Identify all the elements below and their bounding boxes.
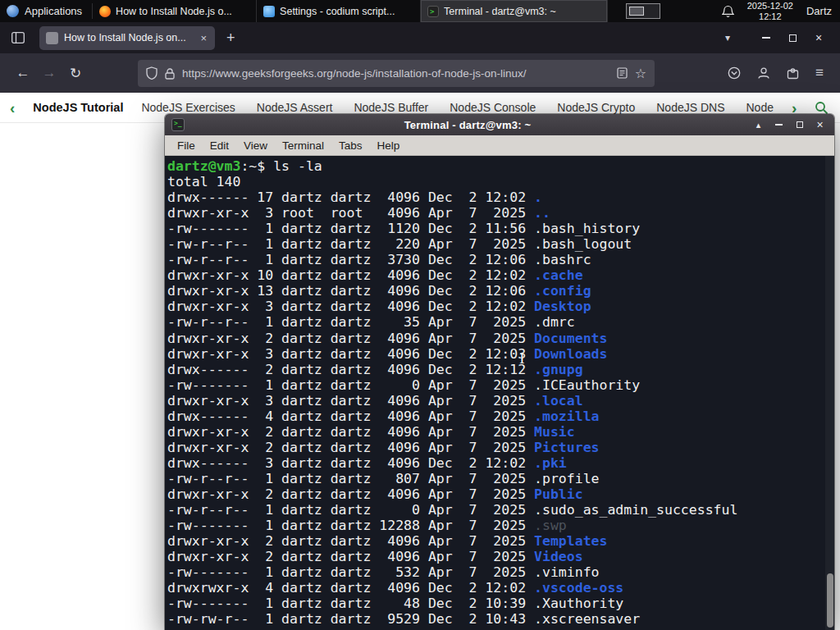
terminal-output-line: -rw------- 1 dartz dartz 0 Apr 7 2025 .I… [167,377,834,393]
panel-window-title: Settings - codium script... [280,6,413,17]
terminal-close-button[interactable]: × [812,117,828,133]
terminal-shade-button[interactable]: ▴ [751,117,766,133]
file-attributes: drwxrwxr-x 4 dartz dartz 4096 Dec 2 12:0… [167,580,534,596]
gfg-nav-link[interactable]: NodeJS Exercises [141,101,235,114]
terminal-scrollbar[interactable] [825,156,834,630]
menu-terminal[interactable]: Terminal [275,135,331,156]
terminal-output-line: drwx------ 3 dartz dartz 4096 Dec 2 12:0… [167,455,834,471]
nav-scroll-right-icon[interactable]: › [792,100,797,116]
tab-title: How to Install Node.js on... [64,32,193,43]
panel-right-area: 2025-12-02 12:12 Dartz [722,0,840,22]
terminal-output-line: drwxr-xr-x 10 dartz dartz 4096 Dec 2 12:… [167,267,834,283]
file-attributes: -rw------- 1 dartz dartz 532 Apr 7 2025 [167,564,534,580]
terminal-output-line: drwxr-xr-x 2 dartz dartz 4096 Apr 7 2025… [167,424,834,440]
terminal-output-line: -rw------- 1 dartz dartz 12288 Apr 7 202… [167,518,834,533]
terminal-total-line: total 140 [167,174,834,189]
terminal-icon [427,6,439,17]
new-tab-button[interactable]: + [226,30,235,47]
terminal-output-line: drwx------ 4 dartz dartz 4096 Apr 7 2025… [167,409,834,424]
notification-bell-icon[interactable] [722,5,734,18]
browser-close-button[interactable]: × [806,22,832,53]
account-icon[interactable] [757,66,770,80]
file-name: Documents [534,331,607,346]
firefox-view-icon[interactable] [11,32,25,43]
panel-window-button[interactable]: Settings - codium script... [257,0,421,22]
file-attributes: drwxr-xr-x 3 dartz dartz 4096 Dec 2 12:0… [167,299,534,314]
browser-tab-bar: How to Install Node.js on... × + ▾ × [0,22,840,53]
back-button[interactable]: ← [10,60,36,86]
file-name: Templates [534,533,607,549]
file-name: .swp [534,518,567,533]
hamburger-menu-icon[interactable]: ≡ [815,65,824,81]
file-name: .bash_logout [534,236,632,252]
applications-label: Applications [25,5,82,17]
terminal-output-line: -rw-r--r-- 1 dartz dartz 35 Apr 7 2025 .… [167,314,834,330]
gfg-nav-link[interactable]: NodeJS Console [450,101,536,114]
gfg-nav-link[interactable]: NodeJS Assert [257,101,333,114]
terminal-maximize-button[interactable] [792,117,807,133]
url-bar[interactable]: https://www.geeksforgeeks.org/node-js/in… [138,60,655,87]
terminal-minimize-button[interactable] [771,117,787,133]
file-name: .. [534,205,550,221]
workspace-pager[interactable] [626,3,660,19]
url-text[interactable]: https://www.geeksforgeeks.org/node-js/in… [182,67,609,80]
gfg-primary-link[interactable]: NodeJS Tutorial [33,101,123,114]
gfg-search-icon[interactable] [815,101,829,115]
applications-icon [7,5,19,17]
reader-mode-icon[interactable] [617,67,628,79]
panel-window-button[interactable]: How to Install Node.js o... [93,0,257,22]
gfg-nav-link[interactable]: NodeJS DNS [656,101,724,114]
gfg-nav-link[interactable]: NodeJS Crypto [557,101,635,114]
file-attributes: drwxr-xr-x 3 dartz dartz 4096 Dec 2 12:0… [167,346,534,362]
browser-maximize-button[interactable] [779,22,806,53]
scrollbar-thumb[interactable] [827,573,833,628]
terminal-output-line: -rw-r--r-- 1 dartz dartz 220 Apr 7 2025 … [167,236,834,252]
applications-menu-button[interactable]: Applications [0,0,92,22]
page-favicon-icon [46,32,58,44]
file-attributes: drwx------ 17 dartz dartz 4096 Dec 2 12:… [167,189,534,205]
file-attributes: drwxr-xr-x 2 dartz dartz 4096 Apr 7 2025 [167,533,534,549]
gfg-nav-link[interactable]: Node [746,101,774,114]
panel-window-title: How to Install Node.js o... [116,6,249,17]
file-attributes: drwxr-xr-x 2 dartz dartz 4096 Apr 7 2025 [167,331,534,346]
menu-edit[interactable]: Edit [203,135,236,156]
tab-close-icon[interactable]: × [199,32,208,44]
terminal-output-line: drwxr-xr-x 2 dartz dartz 4096 Apr 7 2025… [167,331,834,346]
terminal-output-line: drwxr-xr-x 13 dartz dartz 4096 Dec 2 12:… [167,283,834,299]
tabs-dropdown-icon[interactable]: ▾ [725,32,730,43]
menu-file[interactable]: File [170,135,203,156]
tracking-shield-icon[interactable] [146,66,158,80]
terminal-app-icon [171,118,185,131]
reload-button[interactable]: ↻ [62,60,89,86]
panel-window-button[interactable]: Terminal - dartz@vm3: ~ [421,0,608,22]
browser-minimize-button[interactable] [753,22,779,53]
gfg-nav-link[interactable]: NodeJS Buffer [354,101,428,114]
terminal-output-line: drwxrwxr-x 4 dartz dartz 4096 Dec 2 12:0… [167,580,834,596]
save-to-pocket-icon[interactable] [728,66,741,80]
prompt-path: :~$ [240,158,273,174]
menu-view[interactable]: View [236,135,275,156]
file-attributes: -rw-r--r-- 1 dartz dartz 35 Apr 7 2025 [167,314,534,330]
gfg-nav-right: › Sign In [792,100,840,116]
file-attributes: drwxr-xr-x 2 dartz dartz 4096 Apr 7 2025 [167,440,534,455]
top-panel: Applications How to Install Node.js o...… [0,0,840,22]
nav-scroll-left-icon[interactable]: ‹ [10,100,15,116]
terminal-window: Terminal - dartz@vm3: ~ ▴ × FileEditView… [165,114,834,630]
menu-help[interactable]: Help [370,135,408,156]
terminal-titlebar[interactable]: Terminal - dartz@vm3: ~ ▴ × [165,114,834,135]
panel-clock[interactable]: 2025-12-02 12:12 [747,1,793,21]
terminal-output-line: drwxr-xr-x 2 dartz dartz 4096 Apr 7 2025… [167,440,834,455]
terminal-screen[interactable]: dartz@vm3:~$ ls -la total 140 drwx------… [165,156,834,630]
file-name: .cache [534,267,583,283]
forward-button[interactable]: → [36,60,62,86]
browser-tab[interactable]: How to Install Node.js on... × [39,26,215,50]
menu-tabs[interactable]: Tabs [331,135,370,156]
file-attributes: -rw-r--r-- 1 dartz dartz 220 Apr 7 2025 [167,236,534,252]
prompt-user-host: dartz@vm3 [167,158,240,174]
file-name: Pictures [534,440,599,455]
bookmark-star-icon[interactable]: ☆ [635,66,646,81]
extensions-icon[interactable] [787,67,799,80]
file-name: .vscode-oss [534,580,623,596]
terminal-output-line: drwx------ 2 dartz dartz 4096 Dec 2 12:1… [167,362,834,377]
lock-icon[interactable] [165,67,175,80]
